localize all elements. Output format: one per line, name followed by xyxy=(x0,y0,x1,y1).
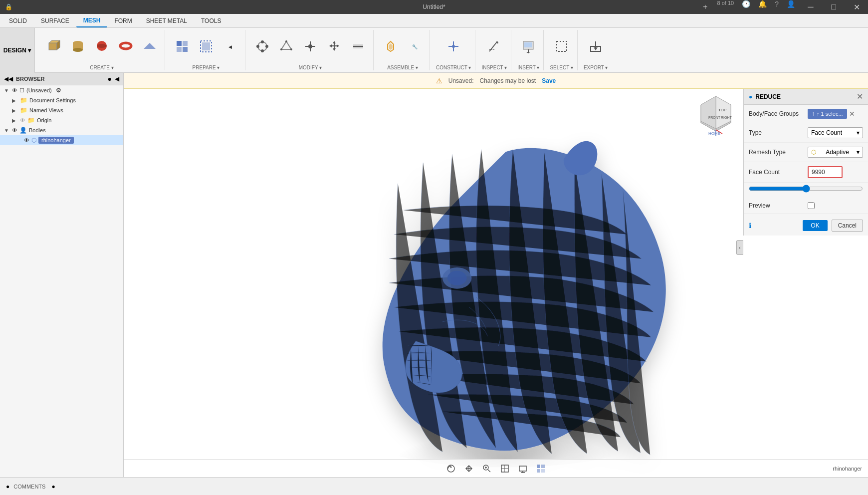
svg-marker-31 xyxy=(389,43,393,50)
viewcube[interactable]: TOP FRONT RIGHT HOME xyxy=(693,94,738,139)
profile-icon[interactable]: 👤 xyxy=(783,0,799,14)
close-button[interactable]: ✕ xyxy=(845,0,868,14)
face-count-slider[interactable] xyxy=(749,185,863,193)
svg-point-18 xyxy=(261,49,264,52)
maximize-button[interactable]: □ xyxy=(822,0,845,14)
notif-changes-text: Changes may be lost xyxy=(479,77,536,84)
ok-button[interactable]: OK xyxy=(803,220,827,231)
toolbar-group-inspect: INSPECT ▾ xyxy=(477,30,511,70)
create-plane-button[interactable] xyxy=(139,34,161,60)
insert-btn[interactable] xyxy=(517,34,539,60)
remesh-type-select[interactable]: ⬡ Adaptive ▾ xyxy=(808,147,863,158)
save-button[interactable]: Save xyxy=(542,77,556,84)
reduce-panel-close-button[interactable]: ✕ xyxy=(857,92,863,101)
window-title: Untitled* xyxy=(423,3,445,10)
assemble-btn1[interactable] xyxy=(380,34,402,60)
settings-icon-unsaved[interactable]: ⚙ xyxy=(56,87,61,94)
expand-arrow-views: ▶ xyxy=(12,108,18,113)
prepare-btn2[interactable] xyxy=(195,34,217,60)
browser-item-named-views[interactable]: ▶ 📁 Named Views xyxy=(0,105,123,115)
insert-label: INSERT ▾ xyxy=(517,64,539,70)
design-button[interactable]: DESIGN ▾ xyxy=(0,28,35,73)
create-torus-button[interactable] xyxy=(115,34,137,60)
bottom-pan-button[interactable] xyxy=(462,462,476,476)
inspect-btn[interactable] xyxy=(483,34,505,60)
eye-icon-unsaved: 👁 xyxy=(12,87,17,93)
prepare-label: PREPARE ▾ xyxy=(193,64,220,70)
browser-expand-icon[interactable]: ◀ xyxy=(115,75,119,82)
type-dropdown-arrow: ▾ xyxy=(857,129,860,136)
export-btn[interactable] xyxy=(585,34,607,60)
body-face-groups-clear-button[interactable]: ✕ xyxy=(849,110,855,118)
svg-point-22 xyxy=(285,40,287,42)
status-bar: ● COMMENTS ● xyxy=(0,477,868,495)
create-sphere-button[interactable] xyxy=(91,34,113,60)
tab-sheet-metal[interactable]: SHEET METAL xyxy=(139,14,194,27)
preview-row: Preview xyxy=(744,198,868,214)
bottom-display-button[interactable] xyxy=(516,462,530,476)
right-panel-expand-handle[interactable]: ‹ xyxy=(736,240,743,255)
tab-surface[interactable]: SURFACE xyxy=(34,14,76,27)
svg-marker-21 xyxy=(281,41,291,49)
status-collapse-icon[interactable]: ● xyxy=(6,483,9,490)
select-btn[interactable] xyxy=(551,34,573,60)
origin-label: Origin xyxy=(37,117,51,123)
remesh-type-row: Remesh Type ⬡ Adaptive ▾ xyxy=(744,143,868,162)
create-cylinder-button[interactable] xyxy=(67,34,89,60)
browser-item-doc-settings[interactable]: ▶ 📁 Document Settings xyxy=(0,95,123,105)
browser-settings-icon[interactable]: ● xyxy=(108,75,112,83)
browser-item-origin[interactable]: ▶ 👁 📁 Origin xyxy=(0,115,123,125)
help-button[interactable]: ? xyxy=(771,0,783,14)
svg-line-35 xyxy=(489,41,497,51)
browser-item-rhinohanger[interactable]: 👁 ⬡ rhinohanger xyxy=(0,135,123,145)
modify-btn1[interactable] xyxy=(251,34,273,60)
tab-solid[interactable]: SOLID xyxy=(2,14,34,27)
reduce-panel-icon: ● xyxy=(749,93,752,100)
select-icon xyxy=(555,39,569,54)
type-value: Face Count xyxy=(811,129,842,136)
svg-rect-73 xyxy=(541,469,545,473)
create-box-button[interactable] xyxy=(43,34,65,60)
bottom-grid-button[interactable] xyxy=(498,462,512,476)
svg-rect-10 xyxy=(177,41,182,46)
remesh-type-value: Adaptive xyxy=(826,149,849,156)
minimize-button[interactable]: ─ xyxy=(799,0,822,14)
body-face-groups-select-button[interactable]: ↑ ↑ 1 selec... xyxy=(808,109,847,119)
modify-btn3[interactable] xyxy=(299,34,321,60)
tab-mesh[interactable]: MESH xyxy=(76,14,108,27)
toolbar-group-construct: CONSTRUCT ▾ xyxy=(432,30,475,70)
prepare-btn1[interactable] xyxy=(171,34,193,60)
assemble-btn2[interactable]: 🔧 xyxy=(404,34,426,60)
bottom-zoom-button[interactable] xyxy=(480,462,494,476)
browser-collapse-icon[interactable]: ◀◀ xyxy=(4,75,13,82)
svg-rect-38 xyxy=(524,42,532,47)
svg-point-34 xyxy=(452,45,455,48)
modify-btn2[interactable] xyxy=(275,34,297,60)
browser-item-bodies[interactable]: ▼ 👁 👤 Bodies xyxy=(0,125,123,135)
prepare-btn3[interactable]: ◀ xyxy=(219,34,241,60)
modify-move-button[interactable] xyxy=(323,34,345,60)
body-face-groups-row: Body/Face Groups ↑ ↑ 1 selec... ✕ xyxy=(744,105,868,123)
tab-add-button[interactable]: + xyxy=(697,0,713,14)
preview-checkbox[interactable] xyxy=(808,202,815,209)
tab-form[interactable]: FORM xyxy=(107,14,139,27)
rhinohanger-tag: rhinohanger xyxy=(38,137,74,144)
browser-item-unsaved[interactable]: ▼ 👁 ☐ (Unsaved) ⚙ xyxy=(0,85,123,95)
bottom-mesh-display-button[interactable] xyxy=(534,462,548,476)
construct-label: CONSTRUCT ▾ xyxy=(436,64,471,70)
bottom-orbit-button[interactable] xyxy=(444,462,458,476)
notification-icon[interactable]: 🔔 xyxy=(754,0,771,14)
face-count-input[interactable] xyxy=(808,166,843,178)
info-icon-button[interactable]: ℹ xyxy=(749,222,751,230)
modify-plane-cut-button[interactable] xyxy=(347,34,369,60)
eye-icon-rhino: 👁 xyxy=(24,137,29,143)
type-select[interactable]: Face Count ▾ xyxy=(808,127,863,138)
face-count-label: Face Count xyxy=(749,169,804,176)
remesh-dropdown-arrow: ▾ xyxy=(857,149,860,156)
tab-tools[interactable]: TOOLS xyxy=(194,14,228,27)
type-row: Type Face Count ▾ xyxy=(744,123,868,143)
cancel-button[interactable]: Cancel xyxy=(832,220,863,232)
status-expand-icon[interactable]: ● xyxy=(51,483,55,490)
svg-rect-13 xyxy=(183,47,188,52)
construct-btn[interactable] xyxy=(442,34,464,60)
